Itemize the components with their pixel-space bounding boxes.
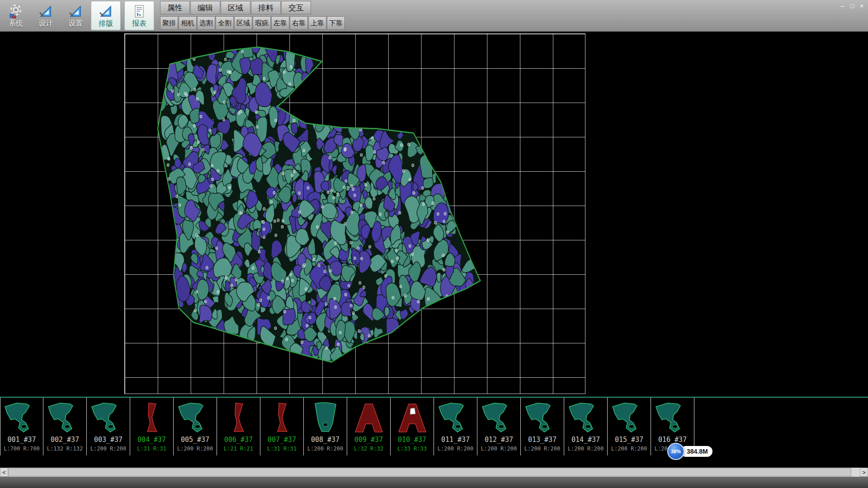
piece-thumbnail[interactable]: 009_#37L:32 R:32 xyxy=(347,398,391,455)
piece-thumbnail[interactable]: 013_#37L:200 R:200 xyxy=(521,398,564,455)
bottom-status-bar xyxy=(0,477,868,488)
action-button-cut-all[interactable]: 全割 xyxy=(216,16,234,30)
memory-label: 384.8M xyxy=(680,446,712,457)
piece-label: 007_#37 xyxy=(268,436,296,445)
piece-count: L:132 R:132 xyxy=(47,445,83,453)
piece-count: L:31 R:31 xyxy=(137,445,166,453)
scroll-right-arrow-icon[interactable]: > xyxy=(860,468,868,477)
main-button-label: 排版 xyxy=(99,20,113,27)
piece-shape xyxy=(522,398,563,436)
setsquare-icon xyxy=(99,4,113,19)
main-button-label: 系统 xyxy=(9,20,23,27)
piece-count: L:200 R:200 xyxy=(611,445,647,453)
main-button-label: 设置 xyxy=(68,20,83,27)
piece-count: L:21 R:21 xyxy=(224,445,253,453)
piece-shape xyxy=(349,398,389,436)
action-button-cluster-nest[interactable]: 聚排 xyxy=(160,16,178,30)
piece-label: 002_#37 xyxy=(51,436,79,445)
menu-tab-properties[interactable]: 属性 xyxy=(160,1,190,14)
action-button-align-top[interactable]: 上靠 xyxy=(308,16,326,30)
piece-label: 001_#37 xyxy=(7,436,36,445)
pieces-strip: 001_#37L:700 R:700002_#37L:132 R:132003_… xyxy=(0,397,868,455)
piece-count: L:200 R:200 xyxy=(438,445,473,453)
piece-count: L:32 R:32 xyxy=(354,445,383,453)
piece-shape xyxy=(305,398,346,436)
piece-shape xyxy=(218,398,259,436)
piece-label: 004_#37 xyxy=(137,436,166,445)
action-button-select-cut[interactable]: 选割 xyxy=(197,16,215,30)
piece-count: L:700 R:700 xyxy=(4,445,39,453)
main-button-layout[interactable]: 排版 xyxy=(91,1,121,30)
titlebar: 系统设计设置排版报表 属性编辑区域排料交互 聚排相机选割全割区域瑕疵左靠右靠上靠… xyxy=(0,0,868,32)
piece-label: 003_#37 xyxy=(94,436,123,445)
piece-label: 015_#37 xyxy=(615,436,643,445)
piece-thumbnail[interactable]: 010_#37L:33 R:33 xyxy=(391,398,434,455)
piece-thumbnail[interactable]: 006_#37L:21 R:21 xyxy=(217,398,260,455)
setsquare-icon xyxy=(68,4,83,19)
piece-count: L:200 R:200 xyxy=(90,445,126,453)
action-toolbar: 聚排相机选割全割区域瑕疵左靠右靠上靠下靠 xyxy=(160,16,345,30)
setsquare-icon xyxy=(38,4,53,19)
close-button[interactable]: × xyxy=(858,2,866,10)
scrollbar-track[interactable] xyxy=(8,468,860,477)
minimize-button[interactable]: – xyxy=(839,2,847,10)
piece-count: L:33 R:33 xyxy=(397,445,427,453)
piece-thumbnail[interactable]: 008_#37L:200 R:200 xyxy=(304,398,347,455)
action-button-align-left[interactable]: 左靠 xyxy=(271,16,289,30)
main-button-system[interactable]: 系统 xyxy=(1,0,31,31)
piece-label: 010_#37 xyxy=(398,436,426,445)
piece-thumbnail[interactable]: 003_#37L:200 R:200 xyxy=(87,398,130,455)
piece-shape xyxy=(566,398,606,436)
piece-shape xyxy=(88,398,129,436)
progress-circle: 38% xyxy=(667,443,684,460)
action-button-align-bottom[interactable]: 下靠 xyxy=(327,16,345,30)
menu-area: 属性编辑区域排料交互 聚排相机选割全割区域瑕疵左靠右靠上靠下靠 xyxy=(160,0,345,31)
piece-count: L:200 R:200 xyxy=(307,445,343,453)
sheet-grid[interactable] xyxy=(124,33,585,394)
piece-label: 014_#37 xyxy=(571,436,600,445)
main-button-settings[interactable]: 设置 xyxy=(61,0,90,31)
piece-thumbnail[interactable]: 011_#37L:200 R:200 xyxy=(434,398,477,455)
piece-shape xyxy=(479,398,519,436)
piece-thumbnail[interactable]: 005_#37L:200 R:200 xyxy=(174,398,217,455)
main-button-report[interactable]: 报表 xyxy=(124,1,154,30)
menu-tab-edit[interactable]: 编辑 xyxy=(190,1,220,14)
menu-tab-interaction[interactable]: 交互 xyxy=(281,1,311,14)
piece-thumbnail[interactable]: 004_#37L:31 R:31 xyxy=(130,398,174,455)
piece-thumbnail[interactable]: 014_#37L:200 R:200 xyxy=(564,398,608,455)
scroll-left-arrow-icon[interactable]: < xyxy=(0,468,8,477)
horizontal-scrollbar[interactable]: < > xyxy=(0,468,868,477)
piece-label: 011_#37 xyxy=(441,436,470,445)
main-button-label: 报表 xyxy=(132,20,146,27)
piece-label: 005_#37 xyxy=(181,436,209,445)
piece-count: L:200 R:200 xyxy=(524,445,560,453)
maximize-button[interactable]: □ xyxy=(848,2,856,10)
menu-tab-nesting[interactable]: 排料 xyxy=(251,1,281,14)
action-button-align-right[interactable]: 右靠 xyxy=(290,16,308,30)
piece-thumbnail[interactable]: 015_#37L:200 R:200 xyxy=(608,398,651,455)
piece-shape xyxy=(652,398,693,436)
nesting-canvas[interactable] xyxy=(0,32,868,397)
piece-label: 006_#37 xyxy=(224,436,253,445)
piece-thumbnail[interactable]: 001_#37L:700 R:700 xyxy=(0,398,43,455)
report-icon xyxy=(132,4,146,19)
leather-hide[interactable] xyxy=(125,34,585,394)
action-button-camera[interactable]: 相机 xyxy=(179,16,197,30)
piece-shape xyxy=(132,398,172,436)
menu-tab-region[interactable]: 区域 xyxy=(221,1,250,14)
piece-thumbnail[interactable]: 002_#37L:132 R:132 xyxy=(43,398,87,455)
piece-count: L:200 R:200 xyxy=(177,445,213,453)
piece-shape xyxy=(262,398,302,436)
piece-thumbnail[interactable]: 007_#37L:31 R:31 xyxy=(260,398,304,455)
scrollbar-thumb[interactable] xyxy=(8,468,851,476)
piece-shape xyxy=(45,398,85,436)
app-window: 系统设计设置排版报表 属性编辑区域排料交互 聚排相机选割全割区域瑕疵左靠右靠上靠… xyxy=(0,0,868,488)
piece-thumbnail[interactable]: 012_#37L:200 R:200 xyxy=(477,398,521,455)
action-button-region[interactable]: 区域 xyxy=(234,16,252,30)
action-button-defect[interactable]: 瑕疵 xyxy=(253,16,271,30)
piece-label: 008_#37 xyxy=(311,436,340,445)
piece-count: L:200 R:200 xyxy=(481,445,517,453)
main-button-design[interactable]: 设计 xyxy=(31,0,61,31)
piece-shape xyxy=(175,398,216,436)
main-button-label: 设计 xyxy=(38,20,53,27)
